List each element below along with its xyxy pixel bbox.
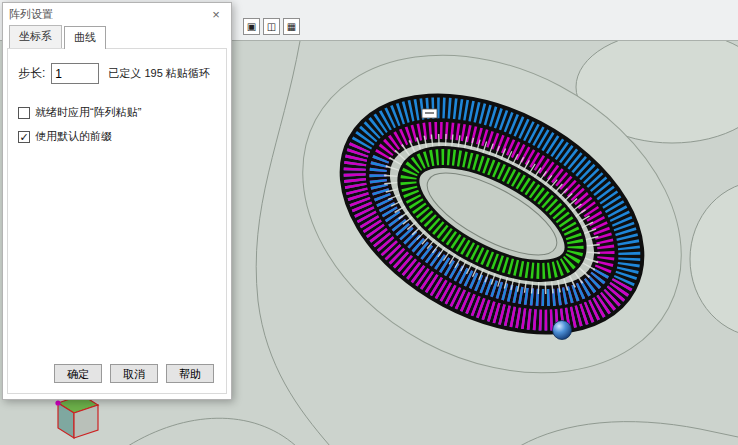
checkbox-use-default-prefix-label: 使用默认的前缀 [35,129,112,144]
cancel-button[interactable]: 取消 [110,364,158,383]
tab-strip: 坐标系 曲线 [3,25,231,48]
array-settings-dialog: 阵列设置 × 坐标系 曲线 步长: 已定义 195 粘贴循环 就绪时应用“阵列粘… [2,2,232,400]
ok-button[interactable]: 确定 [54,364,102,383]
step-label: 步长: [18,65,45,82]
tab-curve[interactable]: 曲线 [64,26,106,49]
defined-count-text: 已定义 195 粘贴循环 [108,66,209,81]
sphere-handle[interactable] [553,321,572,340]
display-mode-1-button[interactable]: ▣ [243,18,260,35]
help-button[interactable]: 帮助 [166,364,214,383]
dialog-button-row: 确定 取消 帮助 [8,364,226,383]
checkbox-apply-array-paste[interactable]: 就绪时应用“阵列粘贴” [18,105,141,120]
dialog-title: 阵列设置 [9,7,207,22]
toolbar: ▣ ◫ ▦ [243,18,300,35]
dialog-titlebar[interactable]: 阵列设置 × [3,3,231,25]
display-mode-3-button[interactable]: ▦ [283,18,300,35]
checkbox-apply-array-paste-label: 就绪时应用“阵列粘贴” [35,105,141,120]
step-row: 步长: 已定义 195 粘贴循环 [18,63,210,84]
tab-coordinate-system[interactable]: 坐标系 [9,25,62,48]
checkbox-unchecked-box[interactable] [18,107,30,119]
checkbox-checked-box[interactable]: ✓ [18,131,30,143]
step-input[interactable] [51,63,99,84]
display-mode-2-button[interactable]: ◫ [263,18,280,35]
tab-page-curve: 步长: 已定义 195 粘贴循环 就绪时应用“阵列粘贴” ✓ 使用默认的前缀 确… [7,48,227,394]
checkbox-use-default-prefix[interactable]: ✓ 使用默认的前缀 [18,129,112,144]
close-icon[interactable]: × [207,7,225,22]
label-tag [422,109,437,118]
